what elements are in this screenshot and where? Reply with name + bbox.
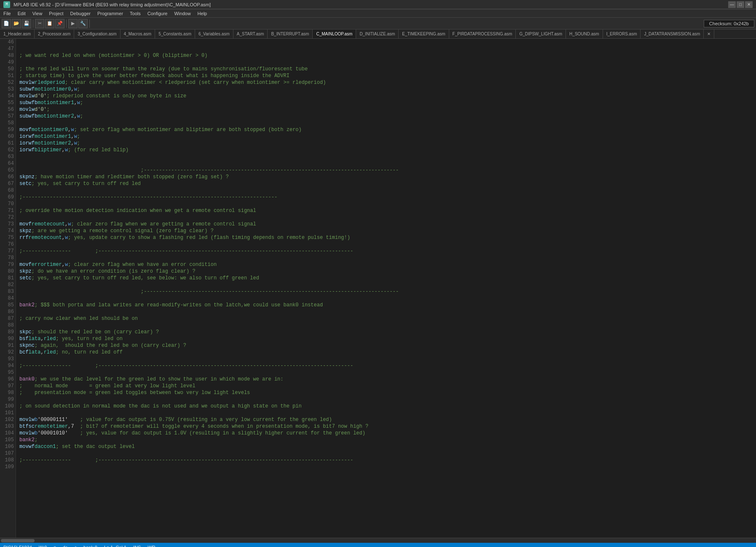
code-line-64[interactable]	[19, 160, 753, 167]
code-line-106[interactable]: movwf daccon1 ; set the dac output level	[19, 443, 753, 450]
code-line-91[interactable]: skpnc ; again, should the red led be on …	[19, 342, 753, 349]
minimize-button[interactable]: —	[728, 1, 736, 8]
code-line-62[interactable]: iorwf bliptimer,w ; (for red led blip)	[19, 147, 753, 153]
code-line-104[interactable]: movlw b'00001010' ; yes, value for dac o…	[19, 430, 753, 437]
scrollbar-x[interactable]	[0, 538, 756, 543]
code-line-49[interactable]	[19, 59, 753, 66]
open-button[interactable]: 📂	[12, 19, 21, 28]
code-line-94[interactable]: ;---------------- ;---------------------…	[19, 362, 753, 369]
menu-item-programmer[interactable]: Programmer	[94, 10, 126, 17]
code-line-60[interactable]: iorwf motiontimer1,w ;	[19, 133, 753, 140]
code-line-55[interactable]: subwfb motiontimer1,w ;	[19, 99, 753, 106]
code-line-109[interactable]	[19, 464, 753, 470]
code-line-78[interactable]	[19, 255, 753, 261]
paste-button[interactable]: 📌	[55, 19, 64, 28]
code-line-72[interactable]	[19, 214, 753, 221]
code-line-76[interactable]	[19, 241, 753, 248]
code-line-80[interactable]: skpz ; do we have an error condition (is…	[19, 268, 753, 275]
tab-0[interactable]: 1_Header.asm	[0, 29, 35, 39]
code-line-54[interactable]: movlw d'0' ; rledperiod constant is only…	[19, 93, 753, 99]
code-line-47[interactable]	[19, 46, 753, 52]
code-line-51[interactable]: ; startup time) to give the user better …	[19, 72, 753, 79]
tab-10[interactable]: E_TIMEKEEPING.asm	[399, 29, 449, 39]
code-line-71[interactable]: ; override the motion detection indicati…	[19, 207, 753, 214]
menu-item-edit[interactable]: Edit	[14, 10, 29, 17]
cut-button[interactable]: ✂	[35, 19, 44, 28]
tab-3[interactable]: 4_Macros.asm	[121, 29, 155, 39]
close-button[interactable]: ✕	[745, 1, 753, 8]
code-line-98[interactable]: ; presentation mode = green led toggles …	[19, 389, 753, 396]
code-line-46[interactable]	[19, 39, 753, 46]
tab-5[interactable]: 6_Variables.asm	[195, 29, 233, 39]
code-line-59[interactable]: movf motiontimer0,w ; set zero flag when…	[19, 126, 753, 133]
menu-item-configure[interactable]: Configure	[144, 10, 171, 17]
code-line-83[interactable]: ;---------------------------------------…	[19, 288, 753, 295]
code-line-108[interactable]: ;---------------- ;---------------------…	[19, 457, 753, 464]
code-line-93[interactable]	[19, 356, 753, 362]
tab-14[interactable]: I_ERRORS.asm	[603, 29, 641, 39]
code-line-85[interactable]: bank2 ; $$$ both porta and lata writes a…	[19, 302, 753, 308]
code-line-48[interactable]: ; we want red led on when (motiontimer >…	[19, 52, 753, 59]
window-controls[interactable]: — □ ✕	[728, 1, 753, 8]
tab-2[interactable]: 3_Configuration.asm	[74, 29, 120, 39]
code-line-84[interactable]	[19, 295, 753, 302]
tab-13[interactable]: H_SOUND.asm	[566, 29, 603, 39]
build-button[interactable]: ▶	[68, 19, 78, 28]
code-line-88[interactable]	[19, 322, 753, 329]
debug-button[interactable]: 🔧	[78, 19, 88, 28]
code-line-92[interactable]: bcf lata,rled ; no, turn red led off	[19, 349, 753, 356]
code-line-101[interactable]	[19, 410, 753, 416]
code-line-77[interactable]: ;---------------- ;---------------------…	[19, 248, 753, 255]
menu-item-help[interactable]: Help	[194, 10, 211, 17]
code-line-75[interactable]: rrf remotecount,w ; yes, update carry to…	[19, 234, 753, 241]
code-line-57[interactable]: subwfb motiontimer2,w ;	[19, 113, 753, 120]
code-content[interactable]: ; we want red led on when (motiontimer >…	[16, 39, 756, 538]
code-line-52[interactable]: movlw rledperiod ; clear carry when moti…	[19, 79, 753, 86]
menu-item-file[interactable]: File	[0, 10, 14, 17]
code-line-105[interactable]: bank2 ;	[19, 437, 753, 443]
tab-6[interactable]: A_START.asm	[233, 29, 268, 39]
menu-item-debugger[interactable]: Debugger	[67, 10, 94, 17]
save-button[interactable]: 💾	[22, 19, 31, 28]
code-line-73[interactable]: movf remotecount,w ; clear zero flag whe…	[19, 221, 753, 228]
code-line-99[interactable]	[19, 396, 753, 403]
code-line-86[interactable]	[19, 308, 753, 315]
tab-7[interactable]: B_INTERRUPT.asm	[268, 29, 313, 39]
tab-9[interactable]: D_INITIALIZE.asm	[356, 29, 399, 39]
code-line-66[interactable]: skpnz ; have motion timer and rledtimer …	[19, 174, 753, 180]
tab-11[interactable]: F_PIRDATAPROCESSING.asm	[449, 29, 516, 39]
code-line-79[interactable]: movf errortimer,w ; clear zero flag when…	[19, 261, 753, 268]
code-line-70[interactable]	[19, 201, 753, 207]
code-line-56[interactable]: movlw d'0' ;	[19, 106, 753, 113]
code-line-65[interactable]: ;---------------------------------------…	[19, 167, 753, 174]
code-line-74[interactable]: skpz ; are we getting a remote control s…	[19, 228, 753, 234]
code-line-90[interactable]: bsf lata,rled ; yes, turn red led on	[19, 335, 753, 342]
copy-button[interactable]: 📋	[45, 19, 54, 28]
new-button[interactable]: 📄	[2, 19, 11, 28]
tab-12[interactable]: G_DIPSW_LIGHT.asm	[516, 29, 566, 39]
code-line-102[interactable]: movlw b'00000111' ; value for dac output…	[19, 416, 753, 423]
tab-16[interactable]: ✕	[704, 29, 714, 39]
code-line-87[interactable]: ; carry now clear when led should be on	[19, 315, 753, 322]
scrollbar-thumb-x[interactable]	[1, 539, 35, 542]
code-line-97[interactable]: ; normal mode = green led at very low li…	[19, 383, 753, 389]
code-line-50[interactable]: ; the red led will turn on sooner than t…	[19, 66, 753, 72]
tab-15[interactable]: J_DATATRANSMISSION.asm	[641, 29, 704, 39]
code-line-58[interactable]	[19, 120, 753, 126]
menu-item-project[interactable]: Project	[46, 10, 67, 17]
code-line-89[interactable]: skpc ; should the red led be on (carry c…	[19, 329, 753, 335]
code-line-69[interactable]: ;---------------------------------------…	[19, 194, 753, 201]
code-line-53[interactable]: subwf motiontimer0,w ;	[19, 86, 753, 93]
code-line-95[interactable]	[19, 369, 753, 376]
tabs-bar[interactable]: 1_Header.asm2_Processor.asm3_Configurati…	[0, 29, 756, 39]
tab-8[interactable]: C_MAINLOOP.asm	[313, 29, 356, 39]
menu-item-view[interactable]: View	[29, 10, 46, 17]
tab-1[interactable]: 2_Processor.asm	[35, 29, 74, 39]
code-line-68[interactable]	[19, 187, 753, 194]
code-line-82[interactable]	[19, 282, 753, 288]
code-line-61[interactable]: iorwf motiontimer2,w ;	[19, 140, 753, 147]
code-line-107[interactable]	[19, 450, 753, 457]
menu-item-window[interactable]: Window	[171, 10, 194, 17]
maximize-button[interactable]: □	[737, 1, 744, 8]
code-line-103[interactable]: btfsc remotetimer,7 ; bit7 of remotetime…	[19, 423, 753, 430]
